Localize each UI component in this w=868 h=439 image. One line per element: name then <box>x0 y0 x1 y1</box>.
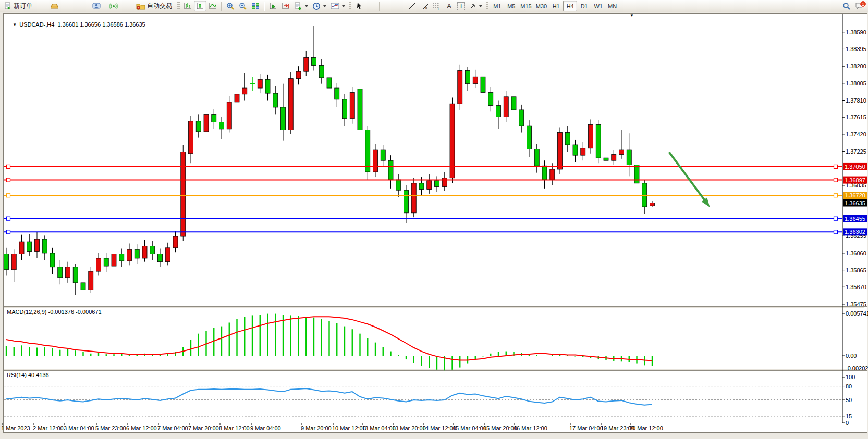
bull-candle <box>458 71 462 104</box>
price-badge-label: 1.36635 <box>845 200 865 206</box>
bull-candle <box>89 271 93 290</box>
time-tick-label: 7 Mar 04:00 <box>157 425 188 431</box>
bear-candle <box>404 190 409 213</box>
bull-candle <box>650 203 655 206</box>
bear-candle <box>381 150 385 160</box>
time-tick-label: 20 Mar 12:00 <box>629 425 663 431</box>
price-tick-label: 1.35475 <box>846 301 866 307</box>
bear-candle <box>104 258 108 266</box>
price-tick-label: 1.36060 <box>846 250 866 256</box>
symbol-ohlc-text: USDCAD-,H4 1.36601 1.36656 1.36586 1.366… <box>19 21 145 28</box>
bear-candle <box>158 254 163 262</box>
line-handle[interactable] <box>7 217 10 220</box>
bull-candle <box>181 152 186 236</box>
bull-candle <box>589 124 593 148</box>
price-tick-label: 1.37810 <box>846 97 866 104</box>
bear-candle <box>73 267 78 283</box>
bear-candle <box>4 254 9 270</box>
time-tick-label: 8 Mar 12:00 <box>219 425 250 431</box>
bull-candle <box>258 79 262 88</box>
bear-candle <box>81 283 85 290</box>
bull-candle <box>19 242 24 254</box>
bear-candle <box>466 71 470 84</box>
line-handle[interactable] <box>7 178 10 182</box>
bear-candle <box>343 99 347 119</box>
price-badge-label: 1.37050 <box>845 164 865 170</box>
price-badge-label: 1.36897 <box>845 177 865 183</box>
price-tick-label: 1.38005 <box>846 80 866 86</box>
bull-candle <box>142 246 147 258</box>
line-handle[interactable] <box>7 165 10 168</box>
bear-candle <box>327 78 332 88</box>
macd-tick-label: -0.002027 <box>846 365 868 371</box>
price-badge-label: 1.36455 <box>845 216 865 222</box>
bear-candle <box>481 77 485 92</box>
price-tick-label: 1.38395 <box>846 46 866 52</box>
symbol-ohlc-header: ▼USDCAD-,H4 1.36601 1.36656 1.36586 1.36… <box>6 15 145 34</box>
bear-candle <box>319 65 324 77</box>
bear-candle <box>435 181 439 187</box>
bear-candle <box>196 121 201 132</box>
line-handle[interactable] <box>834 165 838 168</box>
bull-candle <box>96 258 101 271</box>
line-handle[interactable] <box>834 230 838 234</box>
time-tick-label: 3 Mar 04:00 <box>64 425 94 431</box>
bull-candle <box>612 154 616 160</box>
rsi-tick-label: 50 <box>846 397 852 403</box>
bull-candle <box>189 121 193 154</box>
line-handle[interactable] <box>834 194 838 197</box>
time-tick-label: 17 Mar 04:00 <box>569 425 603 431</box>
bull-candle <box>66 267 70 278</box>
bear-candle <box>273 93 278 107</box>
bear-candle <box>573 145 578 155</box>
pane-collapse-arrow-icon[interactable]: ▼ <box>630 13 634 18</box>
status-strip <box>0 433 868 439</box>
price-tick-label: 1.37615 <box>846 114 866 120</box>
macd-tick-label: 0.00 <box>846 353 857 359</box>
rsi-line <box>6 388 652 405</box>
bear-candle <box>388 160 393 180</box>
line-handle[interactable] <box>834 217 838 220</box>
time-tick-label: 13 Mar 20:00 <box>392 425 426 431</box>
rsi-tick-label: 15 <box>846 413 852 419</box>
bull-candle <box>581 148 585 155</box>
bull-candle <box>296 71 301 78</box>
rsi-tick-label: 100 <box>846 374 855 380</box>
bear-candle <box>281 107 286 130</box>
bull-candle <box>473 77 478 83</box>
bull-candle <box>173 236 178 248</box>
line-handle[interactable] <box>7 194 10 197</box>
rsi-tick-label: 80 <box>846 383 852 390</box>
trend-arrow-object[interactable] <box>669 152 705 202</box>
price-tick-label: 1.38200 <box>846 63 866 69</box>
time-tick-label: 1 Mar 2023 <box>1 425 30 431</box>
mt4-window: 新订单 <box>0 0 868 439</box>
bear-candle <box>42 239 47 253</box>
bear-candle <box>365 130 370 172</box>
time-tick-label: 5 Mar 23:00 <box>95 425 126 431</box>
price-tick-label: 1.37420 <box>846 131 866 137</box>
time-tick-label: 2 Mar 12:00 <box>33 425 64 431</box>
time-tick-label: 13 Mar 04:00 <box>362 425 396 431</box>
collapse-triangle-icon[interactable]: ▼ <box>13 22 17 27</box>
bear-candle <box>511 97 516 110</box>
bear-candle <box>527 126 532 149</box>
price-badge-label: 1.36720 <box>845 192 865 198</box>
bear-candle <box>488 92 493 105</box>
bear-candle <box>627 150 631 165</box>
macd-tick-label: 0.005741 <box>846 310 868 317</box>
bear-candle <box>565 133 570 145</box>
bear-candle <box>27 242 32 251</box>
bull-candle <box>288 79 293 130</box>
bear-candle <box>58 267 63 278</box>
bull-candle <box>204 114 209 132</box>
bull-candle <box>427 181 432 190</box>
line-handle[interactable] <box>7 230 10 234</box>
bear-candle <box>335 88 339 99</box>
bull-candle <box>350 92 354 118</box>
bull-candle <box>558 133 563 169</box>
macd-indicator-label: MACD(12,26,9) -0.001376 -0.000671 <box>7 309 102 315</box>
line-handle[interactable] <box>834 178 838 182</box>
time-tick-label: 9 Mar 20:00 <box>301 425 332 431</box>
price-tick-label: 1.37225 <box>846 148 866 155</box>
